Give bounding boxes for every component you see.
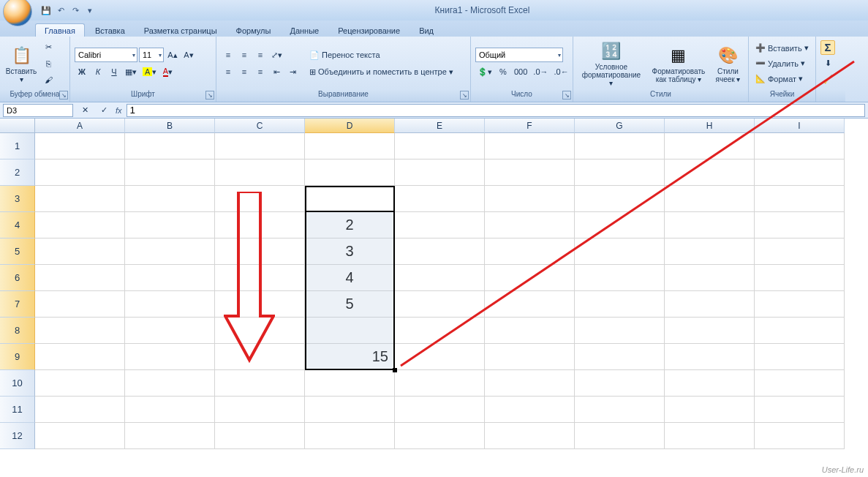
column-header-B[interactable]: B	[125, 119, 215, 133]
cell-F2[interactable]	[485, 159, 575, 186]
cell-E10[interactable]	[395, 370, 485, 397]
autosum-button[interactable]: Σ	[820, 40, 835, 55]
qat-custom-icon[interactable]: ▾	[83, 4, 97, 17]
cell-E11[interactable]	[395, 397, 485, 423]
undo-icon[interactable]: ↶	[54, 4, 67, 17]
cell-D10[interactable]	[305, 370, 395, 397]
row-header-10[interactable]: 10	[0, 370, 35, 397]
cell-F3[interactable]	[485, 186, 575, 212]
cell-B12[interactable]	[125, 423, 215, 449]
borders-icon[interactable]: ▦▾	[123, 64, 139, 79]
cell-B9[interactable]	[125, 344, 215, 370]
merge-center-button[interactable]: ⊞Объединить и поместить в центре ▾	[307, 64, 456, 79]
insert-cells-button[interactable]: ➕Вставить ▾	[753, 41, 811, 56]
cell-E4[interactable]	[395, 212, 485, 238]
bold-button[interactable]: Ж	[75, 64, 89, 79]
format-painter-icon[interactable]: 🖌	[41, 72, 56, 87]
cell-H3[interactable]	[665, 186, 755, 212]
cell-G12[interactable]	[575, 423, 665, 449]
fill-color-icon[interactable]: A▾	[140, 64, 159, 79]
cell-H4[interactable]	[665, 212, 755, 238]
cell-C8[interactable]	[215, 318, 305, 344]
cell-B5[interactable]	[125, 238, 215, 265]
cell-F6[interactable]	[485, 265, 575, 291]
cell-H9[interactable]	[665, 344, 755, 370]
cell-A4[interactable]	[35, 212, 125, 238]
cell-C4[interactable]	[215, 212, 305, 238]
column-header-H[interactable]: H	[665, 119, 755, 133]
cell-B2[interactable]	[125, 159, 215, 186]
cell-E2[interactable]	[395, 159, 485, 186]
cell-A9[interactable]	[35, 344, 125, 370]
row-header-7[interactable]: 7	[0, 291, 35, 318]
cell-H5[interactable]	[665, 238, 755, 265]
cell-D12[interactable]	[305, 423, 395, 449]
cell-D6[interactable]: 4	[305, 265, 395, 291]
grow-font-icon[interactable]: A▴	[165, 48, 180, 62]
tab-formulas[interactable]: Формулы	[227, 24, 280, 37]
cell-E3[interactable]	[395, 186, 485, 212]
column-header-C[interactable]: C	[215, 119, 305, 133]
cell-D2[interactable]	[305, 159, 395, 186]
tab-insert[interactable]: Вставка	[86, 24, 134, 37]
redo-icon[interactable]: ↷	[69, 4, 82, 17]
cell-D8[interactable]	[305, 318, 395, 344]
tab-home[interactable]: Главная	[35, 23, 85, 37]
row-header-12[interactable]: 12	[0, 423, 35, 449]
cell-C12[interactable]	[215, 423, 305, 449]
cell-styles-button[interactable]: 🎨 Стили ячеек ▾	[712, 42, 744, 85]
row-header-9[interactable]: 9	[0, 344, 35, 370]
cell-B6[interactable]	[125, 265, 215, 291]
cell-B11[interactable]	[125, 397, 215, 423]
cell-G6[interactable]	[575, 265, 665, 291]
tab-data[interactable]: Данные	[281, 24, 328, 37]
cell-D9[interactable]: 15	[305, 344, 395, 370]
cell-H10[interactable]	[665, 370, 755, 397]
cell-A2[interactable]	[35, 159, 125, 186]
cell-B7[interactable]	[125, 291, 215, 318]
cell-A7[interactable]	[35, 291, 125, 318]
alignment-launcher[interactable]: ↘	[460, 91, 469, 99]
cell-G8[interactable]	[575, 318, 665, 344]
enter-formula-icon[interactable]: ✓	[97, 103, 111, 118]
font-color-icon[interactable]: A▾	[160, 64, 175, 79]
cell-C9[interactable]	[215, 344, 305, 370]
cell-F10[interactable]	[485, 370, 575, 397]
cell-I1[interactable]	[755, 133, 845, 159]
row-header-8[interactable]: 8	[0, 318, 35, 344]
cell-D5[interactable]: 3	[305, 238, 395, 265]
number-format-combo[interactable]: Общий	[475, 48, 563, 62]
row-header-5[interactable]: 5	[0, 238, 35, 265]
row-header-4[interactable]: 4	[0, 212, 35, 238]
row-header-6[interactable]: 6	[0, 265, 35, 291]
cell-E1[interactable]	[395, 133, 485, 159]
cell-A12[interactable]	[35, 423, 125, 449]
cell-I11[interactable]	[755, 397, 845, 423]
cell-D7[interactable]: 5	[305, 291, 395, 318]
cell-I8[interactable]	[755, 318, 845, 344]
cell-C7[interactable]	[215, 291, 305, 318]
cell-D11[interactable]	[305, 397, 395, 423]
align-top-icon[interactable]: ≡	[221, 48, 235, 62]
cell-G11[interactable]	[575, 397, 665, 423]
align-bottom-icon[interactable]: ≡	[253, 48, 268, 62]
cell-A11[interactable]	[35, 397, 125, 423]
cell-I10[interactable]	[755, 370, 845, 397]
cell-F11[interactable]	[485, 397, 575, 423]
cell-B3[interactable]	[125, 186, 215, 212]
underline-button[interactable]: Ч	[107, 64, 121, 79]
cell-C1[interactable]	[215, 133, 305, 159]
copy-icon[interactable]: ⎘	[41, 56, 56, 71]
wrap-text-button[interactable]: 📄Перенос текста	[307, 48, 456, 62]
cell-B10[interactable]	[125, 370, 215, 397]
cell-B4[interactable]	[125, 212, 215, 238]
cell-F5[interactable]	[485, 238, 575, 265]
percent-format-icon[interactable]: %	[496, 64, 510, 79]
cell-A8[interactable]	[35, 318, 125, 344]
tab-view[interactable]: Вид	[410, 24, 442, 37]
cell-F7[interactable]	[485, 291, 575, 318]
cell-E7[interactable]	[395, 291, 485, 318]
cell-E6[interactable]	[395, 265, 485, 291]
cell-G2[interactable]	[575, 159, 665, 186]
cell-G7[interactable]	[575, 291, 665, 318]
